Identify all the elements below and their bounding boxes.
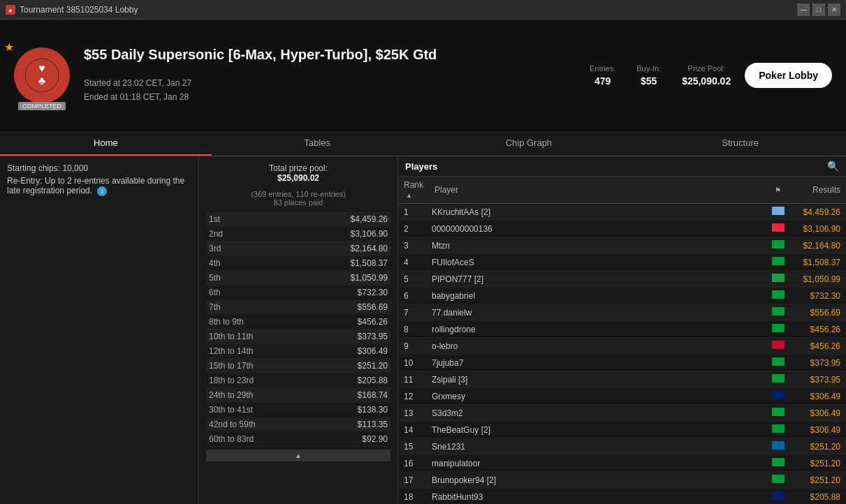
player-name: RabbitHunt93	[426, 489, 766, 505]
prize-row: 12th to 14th$306.49	[206, 344, 391, 359]
player-flag	[766, 304, 790, 321]
player-flag	[766, 371, 790, 388]
buyin-value: $55	[636, 75, 661, 87]
table-row[interactable]: 8 rollingdrone $456.26	[398, 321, 846, 338]
player-rank: 7	[398, 304, 426, 321]
player-result: $732.30	[790, 288, 846, 304]
prize-place: 30th to 41st	[209, 405, 253, 415]
player-name: 7jujuba7	[426, 355, 766, 371]
poker-lobby-button[interactable]: Poker Lobby	[745, 63, 832, 88]
ended-date: Ended at 01:18 CET, Jan 28	[84, 91, 590, 104]
player-name: Mtzn	[426, 237, 766, 254]
player-flag	[766, 221, 790, 237]
prize-amount: $4,459.26	[351, 214, 388, 224]
table-row[interactable]: 3 Mtzn $2,164.80	[398, 237, 846, 254]
player-result: $373.95	[790, 355, 846, 371]
table-row[interactable]: 6 babygabriel $732.30	[398, 288, 846, 304]
buyin-stat: Buy-In: $55	[636, 64, 661, 87]
table-row[interactable]: 5 PIPON777 [2] $1,050.99	[398, 271, 846, 288]
tournament-title: $55 Daily Supersonic [6-Max, Hyper-Turbo…	[84, 47, 590, 63]
minimize-button[interactable]: —	[797, 3, 810, 16]
middle-panel: Total prize pool: $25,090.02 (369 entrie…	[199, 156, 398, 504]
prize-amount: $732.30	[358, 288, 388, 297]
player-result: $1,050.99	[790, 271, 846, 288]
prize-row: 5th$1,050.99	[206, 271, 391, 286]
prize-row: 6th$732.30	[206, 286, 391, 300]
prize-place: 24th to 29th	[209, 390, 253, 400]
table-row[interactable]: 13 S3d3m2 $306.49	[398, 405, 846, 422]
tab-home[interactable]: Home	[0, 131, 212, 156]
table-row[interactable]: 18 RabbitHunt93 $205.88	[398, 489, 846, 505]
player-rank: 18	[398, 489, 426, 505]
player-rank: 13	[398, 405, 426, 422]
left-panel: Starting chips: 10,000 Re-Entry: Up to 2…	[0, 156, 199, 504]
right-panel: Players 🔍 Rank ▲ Player ⚑ Resu	[398, 156, 846, 504]
player-name: o-lebro	[426, 338, 766, 355]
player-name: Brunopoker94 [2]	[426, 472, 766, 489]
players-table: Rank ▲ Player ⚑ Results	[398, 177, 846, 204]
tab-tables[interactable]: Tables	[212, 131, 423, 156]
rank-column-header[interactable]: Rank ▲	[398, 177, 429, 204]
prizepool-stat: Prize Pool: $25,090.02	[682, 64, 731, 87]
prize-place: 2nd	[209, 229, 223, 239]
maximize-button[interactable]: □	[812, 3, 825, 16]
tab-chip-graph[interactable]: Chip Graph	[423, 131, 635, 156]
player-flag	[766, 321, 790, 338]
prize-amount: $92.90	[362, 434, 388, 444]
player-result: $306.49	[790, 388, 846, 405]
player-rank: 16	[398, 455, 426, 472]
tab-structure[interactable]: Structure	[634, 131, 846, 156]
table-row[interactable]: 4 FUIlofAceS $1,508.37	[398, 254, 846, 271]
title-bar-title: Tournament 3851025034 Lobby	[20, 5, 797, 15]
scroll-up-button[interactable]: ▲	[206, 450, 391, 461]
table-row[interactable]: 17 Brunopoker94 [2] $251.20	[398, 472, 846, 489]
table-row[interactable]: 14 TheBeatGuy [2] $306.49	[398, 422, 846, 438]
player-flag	[766, 237, 790, 254]
table-row[interactable]: 15 Sne1231 $251.20	[398, 438, 846, 455]
tournament-dates: Started at 23:02 CET, Jan 27 Ended at 01…	[84, 77, 590, 103]
player-name: PIPON777 [2]	[426, 271, 766, 288]
player-rank: 12	[398, 388, 426, 405]
entries-label: Entries:	[590, 64, 615, 73]
prize-table: 1st$4,459.262nd$3,106.903rd$2,164.804th$…	[206, 212, 391, 447]
player-result: $306.49	[790, 405, 846, 422]
prize-amount: $373.95	[358, 332, 388, 341]
flag-column-header: ⚑	[769, 177, 790, 204]
table-row[interactable]: 1 KKruchitAAs [2] $4,459.26	[398, 204, 846, 221]
table-row[interactable]: 7 77.danielw $556.69	[398, 304, 846, 321]
table-row[interactable]: 11 Zsipali [3] $373.95	[398, 371, 846, 388]
info-icon[interactable]: i	[97, 186, 107, 196]
player-name: manipulatoor	[426, 455, 766, 472]
player-result: $1,508.37	[790, 254, 846, 271]
prize-place: 3rd	[209, 244, 221, 253]
player-rank: 15	[398, 438, 426, 455]
entries-note: (369 entries, 110 re-entries) 83 places …	[206, 190, 391, 207]
prize-place: 1st	[209, 214, 220, 224]
prize-row: 24th to 29th$168.74	[206, 388, 391, 403]
table-row[interactable]: 16 manipulatoor $251.20	[398, 455, 846, 472]
table-row[interactable]: 10 7jujuba7 $373.95	[398, 355, 846, 371]
table-row[interactable]: 12 Grxmesy $306.49	[398, 388, 846, 405]
player-result: $251.20	[790, 455, 846, 472]
prize-amount: $456.26	[358, 317, 388, 327]
app-icon: ♠	[6, 5, 15, 15]
entries-value: 479	[590, 75, 615, 87]
players-scroll-area[interactable]: 1 KKruchitAAs [2] $4,459.26 2 0000000000…	[398, 204, 846, 504]
prize-place: 7th	[209, 302, 221, 312]
close-button[interactable]: ✕	[828, 3, 840, 16]
player-rank: 4	[398, 254, 426, 271]
table-row[interactable]: 2 0000000000136 $3,106.90	[398, 221, 846, 237]
main-content: Starting chips: 10,000 Re-Entry: Up to 2…	[0, 156, 846, 504]
player-rank: 8	[398, 321, 426, 338]
search-button[interactable]: 🔍	[827, 161, 839, 172]
prize-amount: $113.35	[358, 420, 388, 429]
player-result: $4,459.26	[790, 204, 846, 221]
prize-place: 4th	[209, 258, 221, 268]
table-row[interactable]: 9 o-lebro $456.26	[398, 338, 846, 355]
prize-place: 42nd to 59th	[209, 420, 256, 429]
results-column-header: Results	[790, 177, 846, 204]
prize-row: 8th to 9th$456.26	[206, 315, 391, 329]
player-flag	[766, 355, 790, 371]
prize-amount: $251.20	[358, 361, 388, 371]
prize-pool-header: Total prize pool: $25,090.02	[206, 163, 391, 183]
